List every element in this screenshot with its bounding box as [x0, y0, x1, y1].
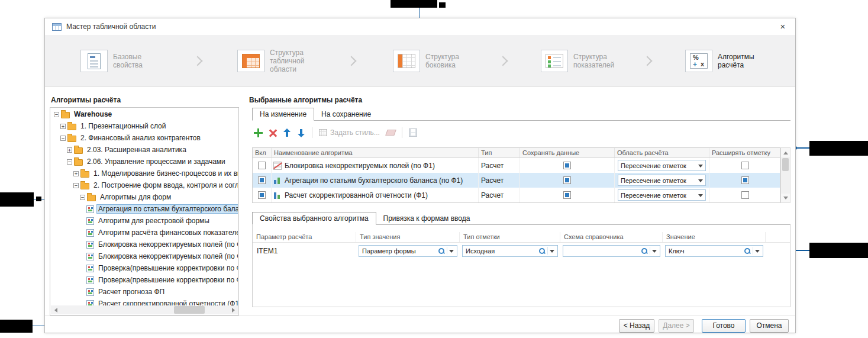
tree-expander[interactable]: +	[73, 171, 79, 176]
tab-selected-algorithm-properties[interactable]: Свойства выбранного алгоритма	[252, 212, 376, 225]
scroll-down-button[interactable]	[781, 194, 790, 202]
tree-item[interactable]: − Алгоритмы для форм	[51, 191, 238, 203]
search-icon[interactable]	[538, 247, 546, 255]
tree-item[interactable]: Расчет скорректированной отчетности (Ф1)	[51, 298, 238, 305]
expand-mark-checkbox[interactable]	[741, 176, 749, 184]
tree-item[interactable]: Алгоритм для реестровой формы	[51, 215, 238, 227]
column-header-save-data[interactable]: Сохранять данные	[520, 148, 615, 157]
tree-item-label: 1. Моделирование бизнес-процессов и их в…	[92, 169, 238, 178]
algorithm-icon	[86, 217, 94, 225]
chevron-down-icon[interactable]	[652, 250, 657, 255]
search-icon[interactable]	[641, 247, 648, 255]
enabled-checkbox[interactable]	[258, 191, 266, 199]
expand-mark-checkbox[interactable]	[741, 162, 749, 169]
back-button[interactable]: < Назад	[619, 319, 654, 333]
tree-item[interactable]: Проверка(превышение корректировки по Ф2)	[51, 274, 238, 286]
expand-mark-checkbox[interactable]	[741, 191, 749, 199]
finish-button[interactable]: Готово	[702, 319, 746, 333]
move-down-icon[interactable]	[298, 128, 305, 137]
tree-expander[interactable]: −	[54, 112, 59, 117]
dict-schema-combo[interactable]	[563, 245, 660, 257]
chevron-down-icon[interactable]	[550, 250, 554, 255]
step-sidebar-structure[interactable]: Структура боковика	[393, 35, 477, 87]
move-up-icon[interactable]	[283, 128, 291, 137]
tree-item-label: Проверка(превышение корректировки по Ф1)	[96, 263, 238, 273]
tree-item[interactable]: + 1. Моделирование бизнес-процессов и их…	[51, 168, 238, 179]
step-basic-properties[interactable]: Базовые свойства	[80, 35, 165, 87]
tree-expander[interactable]: −	[80, 195, 85, 200]
tree-item[interactable]: − 2.06. Управление процессами и задачами	[51, 156, 238, 168]
tree-item[interactable]: Блокировка некорректируемых полей (по Ф1…	[51, 239, 238, 250]
tree-expander[interactable]: +	[67, 147, 72, 153]
tree-expander[interactable]: −	[73, 183, 79, 188]
table-row[interactable]: Блокировка некорректируемых полей (по Ф1…	[253, 158, 780, 173]
tree-expander[interactable]: −	[67, 159, 72, 165]
chevron-down-icon[interactable]	[698, 179, 703, 185]
column-header-calc-area[interactable]: Область расчёта	[615, 148, 709, 157]
save-data-checkbox[interactable]	[563, 162, 571, 169]
tree-item[interactable]: + 1. Презентационный слой	[51, 120, 238, 132]
callout-marker-left	[36, 197, 41, 201]
value-combo[interactable]: Ключ	[665, 245, 763, 257]
enabled-checkbox[interactable]	[258, 162, 266, 169]
tab-input-forms-binding[interactable]: Привязка к формам ввода	[376, 213, 477, 225]
close-icon[interactable]: ×	[777, 21, 788, 32]
eraser-icon[interactable]	[385, 130, 396, 136]
scroll-up-button[interactable]	[781, 148, 790, 157]
tree-item[interactable]: Блокировка некорректируемых полей (по Ф2…	[51, 250, 238, 262]
tree-item[interactable]: Расчет прогноза ФП	[51, 286, 238, 298]
search-icon[interactable]	[744, 247, 751, 255]
tree-item[interactable]: Проверка(превышение корректировки по Ф1)	[51, 262, 238, 274]
tree-item[interactable]: − Warehouse	[51, 108, 238, 120]
save-data-checkbox[interactable]	[563, 191, 571, 199]
column-header-value[interactable]: Значение	[663, 232, 766, 242]
step-indicators-structure[interactable]: Структура показателей	[541, 35, 625, 87]
chevron-down-icon[interactable]	[449, 250, 454, 255]
column-header-value-type[interactable]: Тип значения	[356, 232, 460, 242]
step-calculation-algorithms[interactable]: %+x Алгоритмы расчёта	[685, 35, 770, 87]
tree-item[interactable]: Алгоритм расчёта финансовых показателей	[51, 227, 238, 239]
tree-item[interactable]: + 2.03. Расширенная аналитика	[51, 144, 238, 156]
save-icon[interactable]	[409, 128, 417, 137]
mark-type-combo[interactable]: Исходная	[462, 245, 558, 257]
scroll-right-button[interactable]	[229, 305, 238, 314]
column-header-mark-type[interactable]: Тип отметки	[460, 232, 560, 242]
column-header-name[interactable]: Наименование алгоритма	[272, 148, 479, 157]
column-header-expand-mark[interactable]: Расширять отметку	[709, 148, 781, 157]
chevron-down-icon[interactable]	[698, 194, 703, 199]
scrollbar-thumb[interactable]	[174, 306, 205, 314]
value-type-combo[interactable]: Параметр формы	[359, 245, 457, 257]
table-row[interactable]: Агрегация по статьям бухгалтерского бала…	[253, 173, 780, 188]
scrollbar-thumb[interactable]	[782, 158, 789, 171]
document-icon	[80, 50, 108, 72]
calc-area-combo[interactable]: Пересечение отметок	[618, 189, 706, 201]
next-button[interactable]: Далее >	[659, 319, 694, 333]
column-header-enabled[interactable]: Вкл	[253, 148, 272, 157]
vertical-scrollbar[interactable]	[780, 147, 790, 203]
column-header-calc-param[interactable]: Параметр расчёта	[253, 232, 356, 242]
tab-on-change[interactable]: На изменение	[252, 108, 314, 121]
enabled-checkbox[interactable]	[258, 176, 266, 184]
step-table-area-structure[interactable]: Структура табличной области	[237, 35, 322, 87]
tree-item[interactable]: − 2. Построение форм ввода, контроля и с…	[51, 179, 238, 191]
column-header-type[interactable]: Тип	[479, 148, 520, 157]
tab-on-save[interactable]: На сохранение	[314, 108, 378, 121]
tree-item[interactable]: − 2. Финансовый анализ контрагентов	[51, 132, 238, 144]
tree-item[interactable]: Агрегация по статьям бухгалтерского бала…	[51, 203, 238, 215]
chevron-down-icon[interactable]	[755, 250, 760, 255]
tree-expander[interactable]: −	[60, 136, 66, 141]
set-style-button[interactable]: Задать стиль...	[319, 128, 380, 137]
delete-icon[interactable]	[269, 129, 277, 137]
chevron-down-icon[interactable]	[698, 165, 703, 170]
add-icon[interactable]	[254, 128, 263, 137]
horizontal-scrollbar[interactable]	[51, 305, 238, 314]
column-header-dict-schema[interactable]: Схема справочника	[560, 232, 663, 242]
cancel-button[interactable]: Отмена	[750, 319, 789, 333]
calc-area-combo[interactable]: Пересечение отметок	[618, 175, 706, 186]
scroll-left-button[interactable]	[51, 305, 60, 314]
save-data-checkbox[interactable]	[563, 176, 571, 184]
calc-area-combo[interactable]: Пересечение отметок	[618, 160, 706, 171]
table-row[interactable]: Расчет скорректированной отчетности (Ф1)…	[253, 188, 780, 202]
search-icon[interactable]	[438, 247, 445, 255]
tree-expander[interactable]: +	[60, 124, 66, 129]
